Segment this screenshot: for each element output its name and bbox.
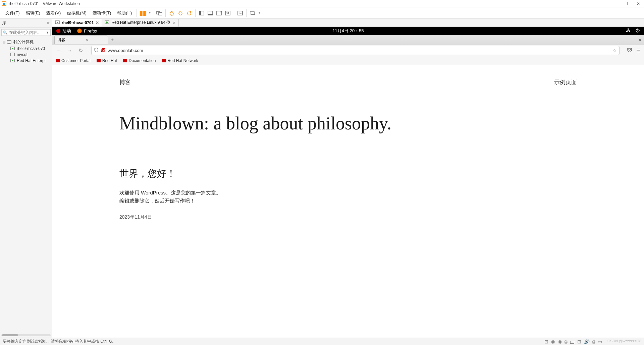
clock[interactable]: 11月4日 20：55 [332,28,364,34]
vm-tab-label: rhel9-rhcsa-0701 [62,20,94,25]
status-bar: 要将输入定向到该虚拟机，请将鼠标指针移入其中或按 Ctrl+G。 ⊡ ◉ ◉ ⎙… [0,338,644,345]
vm-running-icon [10,59,15,63]
shield-icon[interactable] [94,48,98,53]
firefox-tab-close[interactable]: ✕ [86,38,89,43]
svg-point-6 [187,12,191,15]
vm-tab-close[interactable]: ✕ [96,20,99,25]
device-icon[interactable]: ⎙ [592,339,595,344]
active-app-indicator[interactable]: Firefox [77,28,97,34]
send-ctrlaltdel-button[interactable] [155,9,163,17]
activities-button[interactable]: 活动 [56,28,71,34]
hamburger-menu-icon[interactable]: ☰ [636,48,641,53]
library-search[interactable]: 🔍 ▼ [1,29,51,36]
console-button[interactable] [236,9,244,17]
bookmark-item[interactable]: Documentation [123,58,156,63]
guest-display: 活动 Firefox 11月4日 20：55 博客 ✕ [52,27,644,338]
svg-rect-1 [3,3,5,5]
snapshot-manager-button[interactable] [185,9,193,17]
vm-tab-active[interactable]: rhel9-rhcsa-0701 ✕ [52,19,102,26]
firefox-new-tab[interactable]: + [111,37,114,43]
site-title[interactable]: 博客 [119,78,131,86]
app-name: Firefox [84,28,97,34]
search-dropdown[interactable]: ▼ [46,31,49,34]
firefox-window-close[interactable]: ✕ [638,37,642,43]
library-tree: ⊟ 我的计算机 rhel9-rhcsa-070 mysql Red Hat En… [0,37,52,334]
post-excerpt: 欢迎使用 WordPress。这是您的第一篇文章。编辑或删除它，然后开始写作吧！ [119,189,223,205]
network-icon[interactable] [626,28,631,34]
forward-button[interactable]: → [66,48,73,54]
firefox-tab[interactable]: 博客 ✕ [54,36,108,44]
nav-link[interactable]: 示例页面 [554,78,577,86]
device-icon[interactable]: 🔊 [584,339,590,344]
menu-bar: 文件(F) 编辑(E) 查看(V) 虚拟机(M) 选项卡(T) 帮助(H) ▮▮… [0,7,644,19]
snapshot-revert-button[interactable] [176,9,184,17]
vm-running-icon [105,20,109,25]
tree-item-label: rhel9-rhcsa-070 [17,46,45,51]
menu-vm[interactable]: 虚拟机(M) [64,9,89,17]
close-button[interactable]: ✕ [637,1,640,6]
snapshot-button[interactable] [168,9,176,17]
menu-file[interactable]: 文件(F) [3,9,22,17]
device-icon[interactable]: ⊡ [577,339,581,344]
bookmark-item[interactable]: Red Hat [97,58,117,63]
menu-edit[interactable]: 编辑(E) [23,9,43,17]
redhat-icon [97,59,101,62]
layout-sidebar-button[interactable] [198,9,206,17]
redhat-icon [162,59,166,62]
bookmark-item[interactable]: Red Hat Network [162,58,198,63]
device-icon[interactable]: ◉ [558,339,562,344]
device-icon[interactable]: ▭ [598,339,602,344]
layout-bottom-button[interactable] [206,9,214,17]
stretch-button[interactable] [249,9,257,17]
separator [195,9,196,17]
svg-rect-21 [10,53,14,56]
device-icon[interactable]: ⎙ [565,339,567,344]
sidebar-scrollbar[interactable] [1,334,51,336]
search-input[interactable] [9,30,43,35]
device-icon[interactable]: ⊡ [544,339,548,344]
minimize-button[interactable]: — [617,1,621,6]
tree-vm-item[interactable]: Red Hat Enterpr [1,58,51,64]
tree-root[interactable]: ⊟ 我的计算机 [1,39,51,46]
menu-tabs[interactable]: 选项卡(T) [90,9,114,17]
watermark: CSDN @wzzzzzzQ8 [607,339,641,344]
power-icon[interactable] [635,28,640,34]
power-dropdown[interactable]: ▼ [148,11,151,14]
device-icon[interactable]: 🖴 [570,339,575,344]
vm-tab-close[interactable]: ✕ [172,20,176,25]
stretch-dropdown[interactable]: ▼ [258,11,261,14]
url-bar[interactable]: www.openlab.com ☆ [91,46,620,55]
computer-icon [7,40,12,44]
tree-vm-item[interactable]: rhel9-rhcsa-070 [1,46,51,52]
redhat-icon [56,59,60,62]
device-icon[interactable]: ◉ [551,339,555,344]
svg-rect-26 [626,31,628,32]
bookmark-item[interactable]: Customer Portal [56,58,91,63]
vm-tab[interactable]: Red Hat Enterprise Linux 9 64 位 ✕ [102,19,179,26]
pause-button[interactable]: ▮▮ [139,9,147,17]
svg-rect-17 [251,12,254,14]
vm-tab-bar: rhel9-rhcsa-0701 ✕ Red Hat Enterprise Li… [52,19,644,27]
pocket-icon[interactable] [627,48,632,53]
window-title: rhel9-rhcsa-0701 - VMware Workstation [9,1,80,6]
window-controls: — ☐ ✕ [617,1,643,6]
svg-point-4 [170,12,173,15]
insecure-lock-icon[interactable] [101,48,105,53]
separator [165,9,166,17]
redhat-icon [123,59,127,62]
layout-fullscreen-button[interactable] [224,9,232,17]
sidebar-close-button[interactable]: ✕ [47,21,50,25]
menu-help[interactable]: 帮助(H) [114,9,135,17]
tree-collapse-icon[interactable]: ⊟ [3,40,7,44]
menu-view[interactable]: 查看(V) [44,9,63,17]
reload-button[interactable]: ↻ [77,47,84,54]
firefox-tab-bar: 博客 ✕ + ✕ [52,35,644,45]
post-title[interactable]: 世界，您好！ [119,167,577,180]
tree-vm-item[interactable]: mysql [1,52,51,58]
webpage-content: 博客 示例页面 Mindblown: a blog about philosop… [52,65,644,338]
layout-single-button[interactable] [215,9,223,17]
svg-rect-18 [7,41,11,43]
bookmark-star-icon[interactable]: ☆ [613,48,616,53]
maximize-button[interactable]: ☐ [627,1,631,6]
back-button[interactable]: ← [56,48,62,54]
